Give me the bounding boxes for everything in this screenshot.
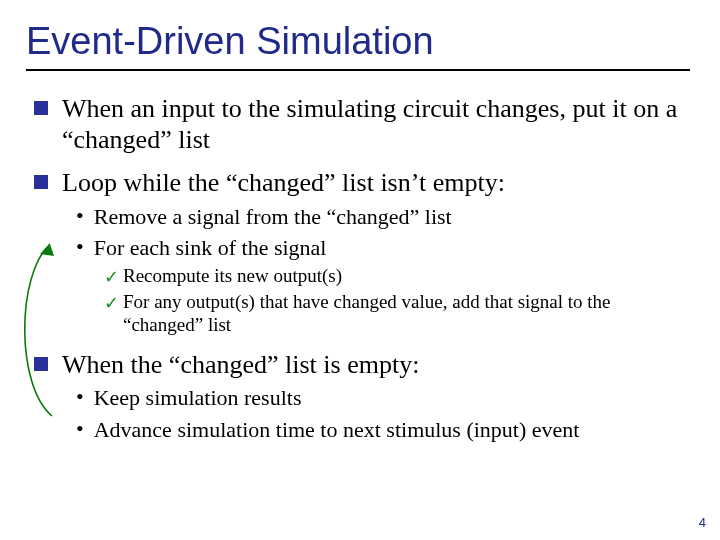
slide-title: Event-Driven Simulation (0, 0, 720, 67)
bullet-3-text: When the “changed” list is empty: (62, 349, 692, 380)
bullet-2-sub-1: • Remove a signal from the “changed” lis… (16, 203, 692, 231)
square-bullet-icon (34, 101, 48, 115)
bullet-3-sub-2-text: Advance simulation time to next stimulus… (94, 416, 692, 444)
bullet-3-sub-2: • Advance simulation time to next stimul… (16, 416, 692, 444)
bullet-2-sub-1-text: Remove a signal from the “changed” list (94, 203, 692, 231)
bullet-3-sub-1: • Keep simulation results (16, 384, 692, 412)
bullet-2-text: Loop while the “changed” list isn’t empt… (62, 167, 692, 198)
bullet-3: When the “changed” list is empty: (16, 349, 692, 380)
bullet-1-text: When an input to the simulating circuit … (62, 93, 692, 155)
dot-bullet-icon: • (76, 236, 84, 258)
check-icon: ✓ (104, 292, 119, 314)
bullet-2-sub-2-check-2: ✓ For any output(s) that have changed va… (16, 290, 692, 338)
bullet-2-sub-2-check-1: ✓ Recompute its new output(s) (16, 264, 692, 288)
bullet-1: When an input to the simulating circuit … (16, 93, 692, 155)
bullet-2-sub-2-check-1-text: Recompute its new output(s) (123, 264, 692, 288)
slide-body: When an input to the simulating circuit … (0, 77, 720, 443)
dot-bullet-icon: • (76, 418, 84, 440)
bullet-2: Loop while the “changed” list isn’t empt… (16, 167, 692, 198)
square-bullet-icon (34, 357, 48, 371)
title-underline (26, 69, 690, 71)
bullet-2-sub-2-check-2-text: For any output(s) that have changed valu… (123, 290, 692, 338)
dot-bullet-icon: • (76, 205, 84, 227)
dot-bullet-icon: • (76, 386, 84, 408)
bullet-2-sub-2-text: For each sink of the signal (94, 234, 692, 262)
square-bullet-icon (34, 175, 48, 189)
check-icon: ✓ (104, 266, 119, 288)
page-number: 4 (699, 515, 706, 530)
bullet-3-sub-1-text: Keep simulation results (94, 384, 692, 412)
bullet-2-sub-2: • For each sink of the signal (16, 234, 692, 262)
